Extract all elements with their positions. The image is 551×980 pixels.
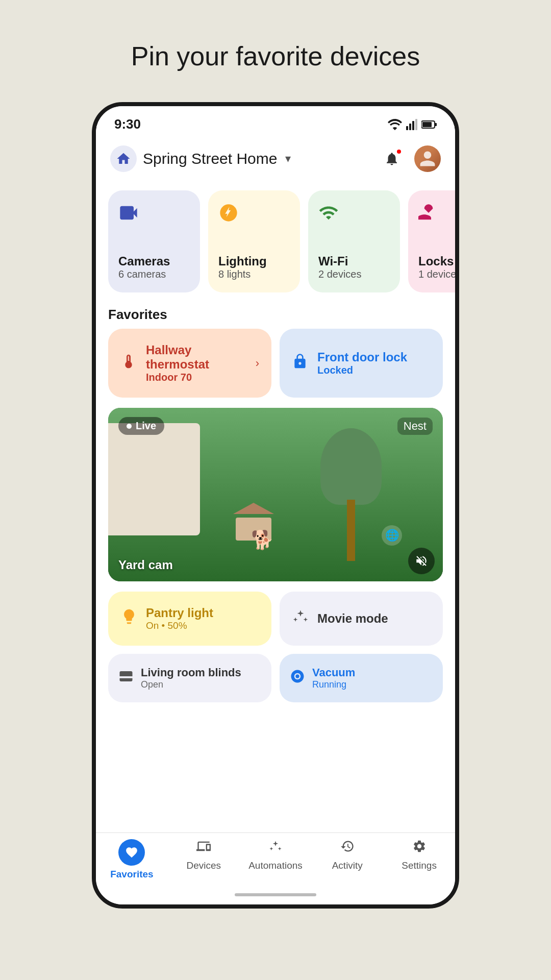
extra-sub: 1 device <box>418 268 455 280</box>
status-icons <box>388 119 437 130</box>
avatar-icon <box>418 150 437 168</box>
blinds-icon <box>118 669 134 688</box>
wifi-icon <box>388 119 402 130</box>
settings-nav-label: Settings <box>402 860 437 871</box>
quick-actions-row: Pantry light On • 50% Movie mode <box>96 592 455 654</box>
chevron-down-icon: ▾ <box>285 152 291 165</box>
tree-trunk <box>347 500 355 561</box>
pantry-light-status: On • 50% <box>146 620 213 631</box>
svg-rect-2 <box>412 121 414 130</box>
extra-svg-icon <box>418 203 439 223</box>
heart-svg-icon <box>125 846 138 859</box>
favorites-nav-icon <box>118 839 145 866</box>
nav-item-devices[interactable]: Devices <box>168 839 240 880</box>
activity-nav-label: Activity <box>332 860 363 871</box>
home-logo-icon <box>116 151 131 166</box>
extra-label: Locks <box>418 254 455 268</box>
automations-nav-label: Automations <box>248 860 303 871</box>
lighting-svg-icon <box>218 203 239 223</box>
fav-card-thermostat[interactable]: Hallway thermostat Indoor 70 › <box>108 329 271 398</box>
automations-nav-icon <box>268 839 283 857</box>
devices-nav-label: Devices <box>186 860 221 871</box>
notification-button[interactable] <box>380 146 404 171</box>
nav-item-favorites[interactable]: Favorites <box>96 839 168 880</box>
thermostat-info: Hallway thermostat Indoor 70 <box>146 343 246 383</box>
camera-mute-button[interactable] <box>408 548 435 574</box>
app-header: Spring Street Home ▾ <box>96 137 455 182</box>
pantry-light-name: Pantry light <box>146 606 213 620</box>
nav-item-automations[interactable]: Automations <box>240 839 312 880</box>
lighting-sub: 8 lights <box>218 268 290 280</box>
device-card-blinds[interactable]: Living room blinds Open <box>108 654 271 702</box>
home-name-label: Spring Street Home <box>143 150 277 167</box>
favorites-row: Hallway thermostat Indoor 70 › Front doo… <box>96 329 455 408</box>
automations-svg-icon <box>268 839 283 853</box>
mute-svg-icon <box>415 554 428 568</box>
camera-svg-icon <box>118 203 139 223</box>
door-lock-info: Front door lock Locked <box>317 350 431 376</box>
wifi-sub: 2 devices <box>318 268 390 280</box>
bulb-svg-icon <box>120 608 138 625</box>
thermometer-svg-icon <box>120 353 137 370</box>
lighting-label: Lighting <box>218 254 290 268</box>
live-dot <box>127 424 132 429</box>
door-lock-name: Front door lock <box>317 350 431 364</box>
categories-row: Cameras 6 cameras Lighting 8 lights <box>96 182 455 303</box>
devices-svg-icon <box>196 839 211 853</box>
vacuum-name: Vacuum <box>312 666 355 679</box>
thermostat-chevron-icon: › <box>256 357 259 370</box>
category-card-extra[interactable]: Locks 1 device <box>408 190 455 292</box>
settings-svg-icon <box>412 839 427 853</box>
blinds-status: Open <box>141 679 241 690</box>
category-card-lighting[interactable]: Lighting 8 lights <box>208 190 300 292</box>
door-lock-status: Locked <box>317 364 431 376</box>
scroll-content: Cameras 6 cameras Lighting 8 lights <box>96 182 455 832</box>
quick-card-pantry[interactable]: Pantry light On • 50% <box>108 592 271 646</box>
home-indicator-bar <box>235 893 316 896</box>
thermostat-icon <box>120 353 137 374</box>
nav-item-settings[interactable]: Settings <box>383 839 455 880</box>
svg-rect-6 <box>422 122 432 127</box>
fav-card-door-lock[interactable]: Front door lock Locked <box>280 329 443 398</box>
camera-globe-icon: 🌐 <box>382 525 402 546</box>
category-card-cameras[interactable]: Cameras 6 cameras <box>108 190 200 292</box>
nav-item-activity[interactable]: Activity <box>311 839 383 880</box>
pantry-light-icon <box>120 608 138 629</box>
activity-svg-icon <box>340 839 355 853</box>
signal-icon <box>406 119 417 130</box>
status-bar: 9:30 <box>96 106 455 137</box>
bottom-nav: Favorites Devices Automations <box>96 832 455 888</box>
lock-svg-icon <box>292 353 308 370</box>
notification-dot <box>396 149 402 155</box>
lighting-icon <box>218 203 290 228</box>
favorites-section-label: Favorites <box>96 303 455 329</box>
svg-rect-0 <box>406 126 408 130</box>
svg-rect-1 <box>409 124 411 130</box>
vacuum-info: Vacuum Running <box>312 666 355 690</box>
blinds-info: Living room blinds Open <box>141 666 241 690</box>
device-card-vacuum[interactable]: Vacuum Running <box>280 654 443 702</box>
quick-card-movie[interactable]: Movie mode <box>280 592 443 646</box>
user-avatar[interactable] <box>414 145 441 172</box>
home-selector[interactable]: Spring Street Home ▾ <box>110 145 291 172</box>
blinds-svg-icon <box>118 669 134 684</box>
cameras-label: Cameras <box>118 254 190 268</box>
home-icon-circle <box>110 145 137 172</box>
thermostat-status: Indoor 70 <box>146 372 246 383</box>
pantry-light-info: Pantry light On • 50% <box>146 606 213 631</box>
wifi-category-icon <box>318 203 390 228</box>
category-card-wifi[interactable]: Wi-Fi 2 devices <box>308 190 400 292</box>
thermostat-name: Hallway thermostat <box>146 343 246 372</box>
door-lock-icon <box>292 353 308 374</box>
camera-card[interactable]: 🐕 Live Nest 🌐 Yard cam <box>108 408 443 581</box>
blinds-name: Living room blinds <box>141 666 241 679</box>
svg-rect-3 <box>415 119 417 130</box>
home-indicator <box>96 888 455 904</box>
devices-nav-icon <box>196 839 211 857</box>
live-badge: Live <box>118 417 164 435</box>
vacuum-svg-icon <box>290 669 305 684</box>
wifi-svg-icon <box>318 203 339 223</box>
cameras-sub: 6 cameras <box>118 268 190 280</box>
favorites-nav-label: Favorites <box>110 869 153 880</box>
movie-mode-info: Movie mode <box>317 611 388 626</box>
